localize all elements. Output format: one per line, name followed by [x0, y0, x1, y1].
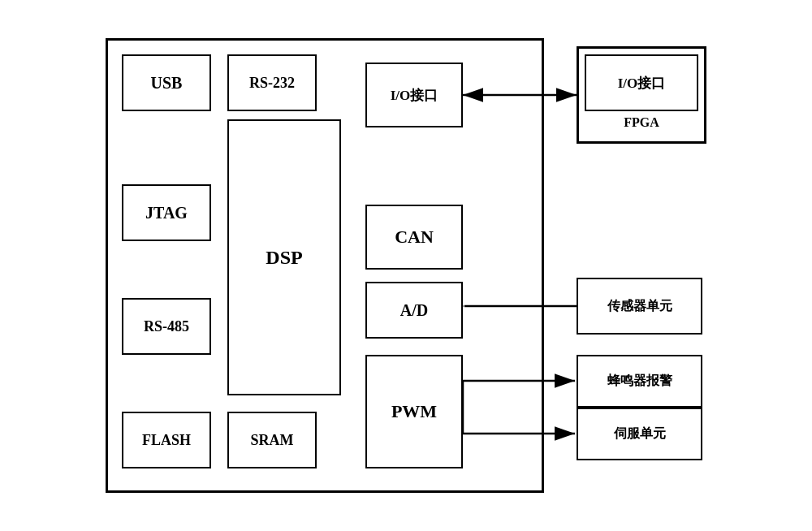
rs232-box: RS-232: [227, 54, 317, 111]
can-box: CAN: [365, 205, 463, 270]
io-right-box: I/O接口: [585, 54, 698, 111]
ad-box: A/D: [365, 282, 463, 339]
pwm-box: PWM: [365, 355, 463, 468]
system-diagram: USB RS-232 JTAG RS-485 FLASH SRAM DSP I/…: [97, 30, 715, 501]
dsp-box: DSP: [227, 119, 341, 395]
sensor-box: 传感器单元: [577, 278, 702, 335]
flash-box: FLASH: [122, 412, 211, 468]
jtag-box: JTAG: [122, 184, 211, 241]
sram-box: SRAM: [227, 412, 317, 468]
rs485-box: RS-485: [122, 298, 211, 355]
io-left-box: I/O接口: [365, 63, 463, 127]
buzzer-box: 蜂鸣器报警: [577, 355, 702, 408]
fpga-label: FPGA: [577, 115, 706, 130]
usb-box: USB: [122, 54, 211, 111]
servo-box: 伺服单元: [577, 408, 702, 460]
